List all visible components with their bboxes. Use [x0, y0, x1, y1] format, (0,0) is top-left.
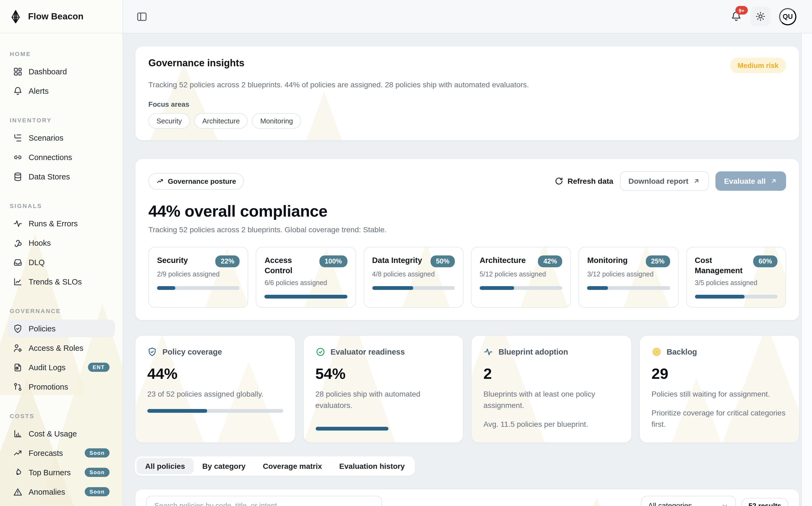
stat-progress [315, 426, 451, 430]
stat-label: Policy coverage [162, 347, 222, 356]
notifications-button[interactable]: 9+ [731, 11, 742, 22]
soon-badge: Soon [85, 448, 110, 457]
section-label-costs: COSTS [8, 413, 115, 420]
sidebar-item-anomalies[interactable]: Anomalies Soon [8, 483, 115, 501]
category-detail: 2/9 policies assigned [157, 270, 240, 278]
risk-badge: Medium risk [730, 58, 786, 73]
sidebar-item-label: Promotions [28, 382, 68, 391]
section-label-inventory: INVENTORY [8, 117, 115, 124]
activity-icon [483, 347, 493, 356]
category-percent-badge: 22% [215, 255, 240, 267]
flame-icon [13, 468, 23, 477]
theme-toggle-button[interactable] [750, 6, 770, 26]
category-progress [372, 286, 455, 290]
download-report-label: Download report [628, 177, 688, 185]
sidebar-item-cost-usage[interactable]: Cost & Usage [8, 425, 115, 442]
category-detail: 5/12 policies assigned [480, 270, 562, 278]
sidebar-item-label: Data Stores [28, 172, 70, 181]
sidebar-item-label: Anomalies [28, 487, 65, 496]
activity-icon [13, 219, 23, 228]
notification-count-badge: 9+ [735, 6, 748, 14]
stat-description: 23 of 52 policies assigned globally. [147, 388, 283, 400]
posture-eyebrow-pill: Governance posture [148, 173, 244, 189]
tab-evaluation-history[interactable]: Evaluation history [331, 458, 414, 474]
category-card-architecture: Architecture42% 5/12 policies assigned [471, 247, 571, 308]
sidebar-item-runs-errors[interactable]: Runs & Errors [8, 215, 115, 232]
stat-description: 28 policies ship with automated evaluato… [315, 388, 451, 411]
compliance-headline: 44% overall compliance [148, 202, 786, 221]
sidebar-item-dlq[interactable]: DLQ [8, 253, 115, 271]
category-card-monitoring: Monitoring25% 3/12 policies assigned [579, 247, 679, 308]
category-name: Security [157, 255, 188, 266]
sidebar-item-connections[interactable]: Connections [8, 148, 115, 166]
category-name: Cost Management [695, 255, 749, 276]
target-icon [652, 347, 661, 356]
app-window: Flow Beacon HOME Dashboard Alerts INVENT… [0, 0, 812, 506]
download-report-button[interactable]: Download report [620, 171, 709, 191]
stat-value: 29 [652, 365, 787, 382]
sidebar-toggle-button[interactable] [136, 10, 148, 22]
backlog-card: Backlog 29 Policies still waiting for as… [639, 335, 800, 443]
category-progress [695, 294, 777, 298]
category-progress [157, 286, 240, 290]
tab-by-category[interactable]: By category [194, 458, 254, 474]
arrow-up-right-icon [693, 177, 700, 185]
policy-search-input[interactable] [146, 496, 382, 506]
trending-up-icon [156, 177, 164, 185]
insights-summary: Tracking 52 policies across 2 blueprints… [148, 80, 786, 89]
category-progress [265, 294, 347, 298]
category-select[interactable]: All categories [641, 496, 736, 506]
shield-check-icon [13, 324, 23, 333]
flow-beacon-logo-icon [9, 9, 23, 23]
sidebar-item-data-stores[interactable]: Data Stores [8, 168, 115, 185]
soon-badge: Soon [85, 468, 110, 477]
refresh-data-button[interactable]: Refresh data [555, 177, 613, 185]
governance-insights-card: Governance insights Medium risk Tracking… [135, 46, 800, 141]
stat-label: Blueprint adoption [498, 347, 568, 356]
category-detail: 4/8 policies assigned [372, 270, 455, 278]
shield-check-icon [147, 347, 157, 356]
sidebar-item-hooks[interactable]: Hooks [8, 234, 115, 252]
compliance-subtitle: Tracking 52 policies across 2 blueprints… [148, 225, 786, 234]
tab-coverage-matrix[interactable]: Coverage matrix [254, 458, 331, 474]
top-bar: 9+ QU [123, 0, 812, 33]
sidebar-item-scenarios[interactable]: Scenarios [8, 129, 115, 147]
evaluator-readiness-card: Evaluator readiness 54% 28 policies ship… [303, 335, 464, 443]
sidebar-item-trends-slos[interactable]: Trends & SLOs [8, 273, 115, 290]
category-name: Access Control [265, 255, 315, 276]
category-card-security: Security22% 2/9 policies assigned [148, 247, 249, 308]
evaluate-all-button[interactable]: Evaluate all [716, 171, 786, 191]
sidebar-item-policies[interactable]: Policies [8, 320, 115, 337]
dashboard-icon [13, 67, 23, 76]
sidebar-item-audit-logs[interactable]: Audit Logs ENT [8, 358, 115, 376]
focus-chip-security[interactable]: Security [148, 113, 190, 129]
user-avatar[interactable]: QU [779, 8, 796, 25]
link-icon [13, 152, 23, 162]
category-detail: 3/5 policies assigned [695, 279, 777, 286]
sidebar-item-label: Top Burners [28, 468, 71, 477]
sidebar-item-access-roles[interactable]: Access & Roles [8, 339, 115, 357]
sidebar-item-label: Cost & Usage [28, 429, 77, 438]
check-circle-icon [315, 347, 325, 356]
section-label-governance: GOVERNANCE [8, 308, 115, 315]
category-percent-badge: 60% [753, 255, 777, 267]
alert-triangle-icon [13, 487, 23, 497]
stat-description: Blueprints with at least one policy assi… [483, 388, 619, 411]
tab-all-policies[interactable]: All policies [136, 458, 194, 474]
logo-row: Flow Beacon [0, 0, 123, 33]
sidebar-item-alerts[interactable]: Alerts [8, 82, 115, 100]
sidebar-nav: HOME Dashboard Alerts INVENTORY Scenario… [0, 33, 123, 501]
sidebar-item-promotions[interactable]: Promotions [8, 378, 115, 396]
category-name: Data Integrity [372, 255, 422, 266]
focus-chip-architecture[interactable]: Architecture [194, 113, 248, 129]
stat-secondary-description: Prioritize coverage for critical categor… [652, 407, 787, 430]
sidebar-item-dashboard[interactable]: Dashboard [8, 63, 115, 80]
focus-chip-monitoring[interactable]: Monitoring [252, 113, 301, 129]
sidebar-item-top-burners[interactable]: Top Burners Soon [8, 463, 115, 481]
sidebar-item-forecasts[interactable]: Forecasts Soon [8, 444, 115, 462]
file-clock-icon [13, 362, 23, 372]
sidebar: Flow Beacon HOME Dashboard Alerts INVENT… [0, 0, 123, 506]
scrollbar-track[interactable] [801, 33, 812, 506]
stat-description: Policies still waiting for assignment. [652, 388, 787, 400]
results-count-badge: 52 results [742, 498, 788, 506]
